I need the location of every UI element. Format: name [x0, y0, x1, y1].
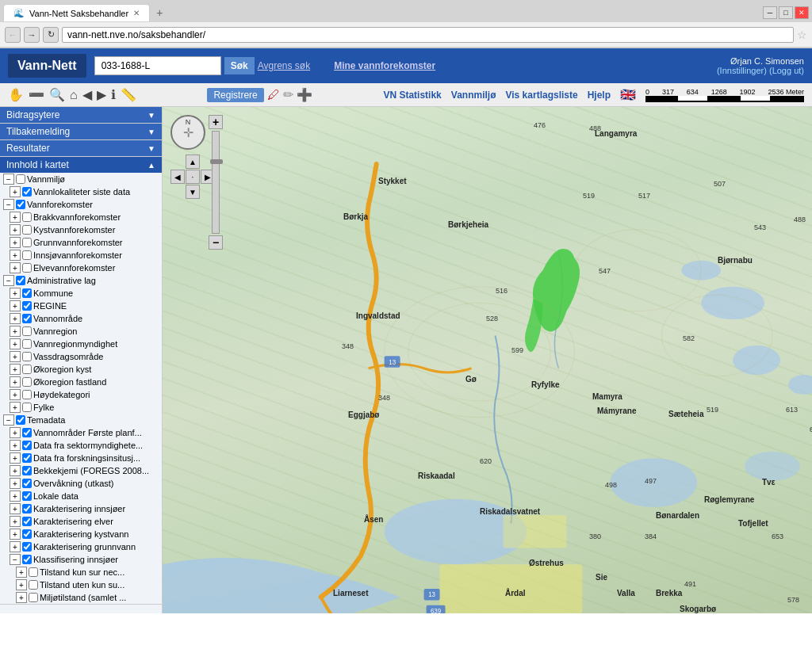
checkbox-vannlokaliteter[interactable]	[22, 187, 32, 197]
browser-tab[interactable]: 🌊 Vann-Nett Saksbehandler ✕	[3, 4, 150, 21]
expand-icon[interactable]: +	[16, 579, 27, 590]
expand-icon[interactable]: +	[16, 567, 27, 578]
nav-up-btn[interactable]: ▲	[186, 155, 200, 169]
expand-icon[interactable]: +	[10, 541, 21, 552]
language-flag-icon[interactable]: 🇬🇧	[620, 87, 636, 102]
home-icon[interactable]: ⌂	[70, 88, 78, 102]
checkbox-klass-innsjoer[interactable]	[22, 555, 32, 564]
tree-item-regine[interactable]: + REGINE	[6, 300, 162, 312]
nav-down-btn[interactable]: ▼	[186, 185, 200, 199]
checkbox-miljotilstand[interactable]	[29, 593, 38, 602]
tree-item-klass-innsjoer[interactable]: − Klassifisering innsjøer	[6, 553, 162, 566]
nav-refresh-btn[interactable]: ↻	[43, 27, 59, 43]
expand-icon[interactable]: +	[10, 326, 21, 337]
expand-icon[interactable]: +	[10, 300, 21, 311]
expand-icon[interactable]: +	[10, 262, 21, 273]
checkbox-lokale[interactable]	[22, 491, 32, 501]
expand-icon[interactable]: +	[10, 351, 21, 362]
tree-item-temadata[interactable]: − Temadata	[0, 414, 162, 426]
expand-icon[interactable]: +	[10, 529, 21, 540]
user-logout-link[interactable]: (Logg ut)	[769, 66, 804, 75]
mine-vannforekomster-link[interactable]: Mine vannforekomster	[334, 60, 435, 71]
search-button[interactable]: Søk	[224, 57, 255, 74]
expand-icon[interactable]: −	[3, 414, 14, 426]
checkbox-administrative[interactable]	[16, 276, 25, 285]
checkbox-grunnvann[interactable]	[22, 238, 32, 247]
expand-icon[interactable]: −	[3, 275, 14, 286]
tree-item-overvaking[interactable]: + Overvåkning (utkast)	[6, 477, 162, 490]
tree-item-vannmiljo[interactable]: − Vannmiljø	[0, 173, 162, 185]
tree-item-vannregionmyndighet[interactable]: + Vannregionmyndighet	[6, 338, 162, 350]
tree-item-kar-grunnvann[interactable]: + Karakterisering grunnvann	[6, 540, 162, 553]
pencil-icon[interactable]: ✏	[283, 87, 293, 102]
expand-icon[interactable]: +	[10, 465, 21, 476]
checkbox-brakkvann[interactable]	[22, 212, 32, 222]
new-tab-btn[interactable]: +	[150, 3, 169, 22]
tree-item-grunnvann[interactable]: + Grunnvannforekomster	[6, 236, 162, 249]
checkbox-kar-grunnvann[interactable]	[22, 542, 32, 552]
tree-item-vannforekomster[interactable]: − Vannforekomster	[0, 198, 162, 211]
measure-icon[interactable]: 📏	[121, 87, 136, 102]
checkbox-kommune[interactable]	[22, 288, 32, 298]
expand-icon[interactable]: +	[16, 592, 27, 603]
vn-statistikk-link[interactable]: VN Statistikk	[383, 90, 441, 101]
tree-item-tilstand-uten[interactable]: + Tilstand uten kun su...	[13, 578, 162, 591]
tree-item-lokale[interactable]: + Lokale data	[6, 490, 162, 502]
expand-icon[interactable]: +	[10, 402, 21, 413]
checkbox-kar-innsjoer[interactable]	[22, 504, 32, 513]
tree-item-vassdragsomrade[interactable]: + Vassdragsområde	[6, 350, 162, 363]
tree-item-brakkvann[interactable]: + Brakkvannforekomster	[6, 211, 162, 223]
expand-icon[interactable]: +	[10, 237, 21, 248]
sidebar-header-resultater[interactable]: Resultater ▼	[0, 140, 162, 156]
expand-icon[interactable]: +	[10, 224, 21, 235]
tree-item-kystvann[interactable]: + Kystvannforekomster	[6, 223, 162, 236]
checkbox-kystvann[interactable]	[22, 225, 32, 235]
checkbox-overvaking[interactable]	[22, 479, 32, 488]
edit-icon[interactable]: 🖊	[267, 88, 280, 102]
checkbox-kar-kystvann[interactable]	[22, 529, 32, 539]
tree-item-administrative[interactable]: − Administrative lag	[0, 274, 162, 287]
user-settings-link[interactable]: (Innstillinger)	[717, 66, 767, 75]
checkbox-vannmiljo[interactable]	[16, 174, 25, 184]
expand-icon[interactable]: +	[10, 376, 21, 387]
checkbox-tilstand-sur[interactable]	[29, 567, 38, 577]
pan-icon[interactable]: ✋	[8, 87, 24, 102]
tree-item-forskningsinsitusj[interactable]: + Data fra forskningsinsitusj...	[6, 452, 162, 464]
tree-item-vannlokaliteter[interactable]: + Vannlokaliteter siste data	[6, 185, 162, 198]
registrere-button[interactable]: Registrere	[207, 88, 263, 102]
search-input[interactable]	[94, 56, 221, 75]
checkbox-regine[interactable]	[22, 301, 32, 311]
zoom-in-icon[interactable]: 🔍	[49, 87, 65, 102]
expand-icon[interactable]: −	[3, 199, 14, 210]
back-extent-icon[interactable]: ◀	[82, 87, 92, 102]
checkbox-vassdragsomrade[interactable]	[22, 352, 32, 361]
expand-icon[interactable]: +	[10, 313, 21, 324]
expand-icon[interactable]: +	[10, 440, 21, 451]
sidebar-header-tilbakemelding[interactable]: Tilbakemelding ▼	[0, 124, 162, 139]
checkbox-vannomrade[interactable]	[22, 314, 32, 323]
checkbox-tilstand-uten[interactable]	[29, 580, 38, 590]
expand-icon[interactable]: +	[10, 491, 21, 502]
tree-item-okoregion-fastland[interactable]: + Økoregion fastland	[6, 376, 162, 388]
expand-icon[interactable]: −	[10, 554, 21, 565]
expand-icon[interactable]: +	[10, 503, 21, 514]
tree-item-fylke[interactable]: + Fylke	[6, 401, 162, 414]
info-icon[interactable]: ℹ	[111, 87, 116, 102]
expand-icon[interactable]: +	[10, 427, 21, 438]
checkbox-okoregion-fastland[interactable]	[22, 377, 32, 387]
expand-icon[interactable]: +	[10, 250, 21, 261]
expand-icon[interactable]: +	[10, 389, 21, 400]
tree-item-kar-innsjoer[interactable]: + Karakterisering innsjøer	[6, 502, 162, 515]
expand-icon[interactable]: +	[10, 212, 21, 223]
nav-left-btn[interactable]: ◀	[170, 170, 185, 184]
checkbox-kar-elver[interactable]	[22, 517, 32, 526]
tree-item-tilstand-sur[interactable]: + Tilstand kun sur nec...	[13, 566, 162, 578]
url-input[interactable]	[62, 27, 794, 43]
checkbox-vannregionmyndighet[interactable]	[22, 339, 32, 349]
tree-item-hoydekategori[interactable]: + Høydekategori	[6, 388, 162, 401]
checkbox-forskningsinsitusj[interactable]	[22, 453, 32, 463]
clear-search-link[interactable]: Avgrens søk	[258, 60, 310, 71]
expand-icon[interactable]: +	[10, 452, 21, 464]
hjelp-link[interactable]: Hjelp	[588, 90, 611, 101]
expand-icon[interactable]: +	[10, 338, 21, 349]
